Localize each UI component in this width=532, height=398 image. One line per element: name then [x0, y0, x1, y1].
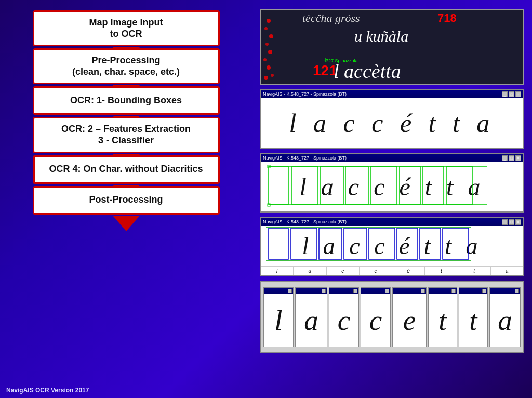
svg-point-2	[269, 34, 273, 38]
mini-titlebar-t1	[429, 288, 457, 294]
mini-close-t1[interactable]	[451, 289, 456, 293]
svg-point-7	[271, 74, 274, 77]
panel-4: NavigAIS - K.548_727 - Spinazzola (BT) _…	[260, 217, 524, 276]
panel3-content: l a c c é t t a	[261, 162, 523, 211]
panel-5: l a c c	[260, 281, 524, 353]
mini-titlebar-t2	[459, 288, 487, 294]
screenshots-column: tècčha gróss 718 u kuñàla + 727 Spinazzo…	[252, 5, 532, 393]
svg-point-5	[263, 58, 267, 61]
panel3-titlebar: NavigAIS - K.548_727 - Spinazzola (BT) _…	[261, 154, 523, 162]
panel-3: NavigAIS - K.548_727 - Spinazzola (BT) _…	[260, 153, 524, 213]
mini-titlebar-c2	[361, 288, 390, 294]
window-buttons: _ □ ×	[502, 91, 521, 97]
mini-char-l: l	[264, 294, 293, 347]
panel4-content: l a c c é t t a	[261, 226, 523, 266]
maximize-btn[interactable]: □	[509, 91, 514, 97]
svg-point-6	[267, 65, 271, 70]
minimize-btn-3[interactable]: _	[502, 155, 508, 161]
mini-close-c1[interactable]	[353, 289, 357, 293]
panel5-content: l a c c	[261, 282, 523, 352]
flow-step-3: OCR: 1- Bounding Boxes	[33, 86, 220, 115]
char-label-c1: c	[327, 267, 360, 275]
mini-close-a2[interactable]	[515, 289, 519, 293]
minimize-btn-4[interactable]: _	[502, 219, 508, 225]
svg-text:u kuñàla: u kuñàla	[354, 28, 408, 45]
svg-point-4	[268, 50, 272, 54]
panel3-ocr-text: l a c c é t t a	[269, 173, 515, 201]
panel4-ocr-text: l a c c é t t a	[269, 232, 515, 260]
panel3-title: NavigAIS - K.548_727 - Spinazzola (BT)	[263, 155, 347, 161]
mini-win-t2: t	[459, 287, 488, 347]
mini-char-a2: a	[490, 294, 520, 347]
char-label-a: a	[294, 267, 326, 275]
panel-1: tècčha gróss 718 u kuñàla + 727 Spinazzo…	[260, 9, 524, 85]
footer-label: NavigAIS OCR Version 2017	[6, 387, 89, 394]
panel4-char-labels: l a c c è t t a	[261, 266, 523, 275]
char-label-c2: c	[360, 267, 392, 275]
mini-close-t2[interactable]	[482, 289, 486, 293]
maximize-btn-4[interactable]: □	[509, 219, 514, 225]
mini-char-t2: t	[459, 294, 487, 347]
char-label-e: è	[392, 267, 425, 275]
char-label-a2: a	[491, 267, 523, 275]
mini-win-c2: c	[361, 287, 391, 347]
svg-point-3	[265, 43, 269, 46]
mini-win-a2: a	[489, 287, 521, 347]
char-label-t2: t	[458, 267, 491, 275]
mini-win-t1: t	[428, 287, 457, 347]
mini-close-e[interactable]	[421, 289, 425, 293]
char-label-t1: t	[425, 267, 458, 275]
maximize-btn-3[interactable]: □	[509, 155, 514, 161]
mini-titlebar-e	[393, 288, 426, 294]
panel-2: NavigAIS - K.548_727 - Spinazzola (BT) _…	[260, 89, 524, 149]
svg-text:tècčha gróss: tècčha gróss	[302, 11, 360, 24]
mini-win-l: l	[263, 287, 294, 347]
window-buttons-4: _ □ ×	[502, 219, 521, 225]
mini-char-t1: t	[429, 294, 457, 347]
window-buttons-3: _ □ ×	[502, 155, 521, 161]
panel4-titlebar: NavigAIS - K.548_727 - Spinazzola (BT) _…	[261, 218, 523, 226]
mini-close-l[interactable]	[288, 289, 292, 293]
svg-point-1	[264, 27, 268, 30]
mini-win-e: e	[392, 287, 427, 347]
mini-close-a[interactable]	[322, 289, 326, 293]
svg-point-8	[264, 76, 268, 80]
panel2-titlebar: NavigAIS - K.548_727 - Spinazzola (BT) _…	[261, 90, 523, 98]
mini-titlebar-l	[264, 288, 293, 294]
panel1-svg: tècčha gróss 718 u kuñàla + 727 Spinazzo…	[261, 10, 523, 84]
char-label-l: l	[261, 267, 294, 275]
mini-char-a: a	[296, 294, 327, 347]
mini-titlebar-a2	[490, 288, 520, 294]
close-btn-3[interactable]: ×	[515, 155, 521, 161]
mini-win-a: a	[295, 287, 327, 347]
svg-point-0	[267, 19, 271, 23]
svg-rect-26	[268, 165, 270, 168]
panel2-title: NavigAIS - K.548_727 - Spinazzola (BT)	[263, 91, 347, 97]
svg-text:l accètta: l accètta	[334, 60, 401, 82]
flow-step-4: OCR: 2 – Features Extraction3 - Classifi…	[33, 117, 220, 153]
flow-step-1: Map Image Inputto OCR	[33, 10, 220, 46]
mini-char-c1: c	[329, 294, 358, 347]
svg-rect-27	[268, 204, 270, 206]
mini-titlebar-c1	[329, 288, 358, 294]
mini-char-e: e	[393, 294, 426, 347]
mini-win-c1: c	[329, 287, 359, 347]
flow-step-5: OCR 4: On Char. without Diacritics	[33, 155, 220, 184]
flowchart: Map Image Inputto OCR Pre-Processing(cle…	[0, 5, 252, 393]
panel2-text: l a c c é t t a	[261, 98, 523, 148]
flow-step-2: Pre-Processing(clean, char. space, etc.)	[33, 48, 220, 84]
mini-char-c2: c	[361, 294, 390, 347]
flow-step-6: Post-Processing	[33, 186, 220, 215]
close-btn-4[interactable]: ×	[515, 219, 521, 225]
svg-text:718: 718	[437, 11, 457, 24]
mini-close-c2[interactable]	[385, 289, 389, 293]
panel4-title: NavigAIS - K.548_727 - Spinazzola (BT)	[263, 219, 347, 224]
minimize-btn[interactable]: _	[502, 91, 508, 97]
mini-titlebar-a	[296, 288, 327, 294]
close-btn[interactable]: ×	[515, 91, 521, 97]
